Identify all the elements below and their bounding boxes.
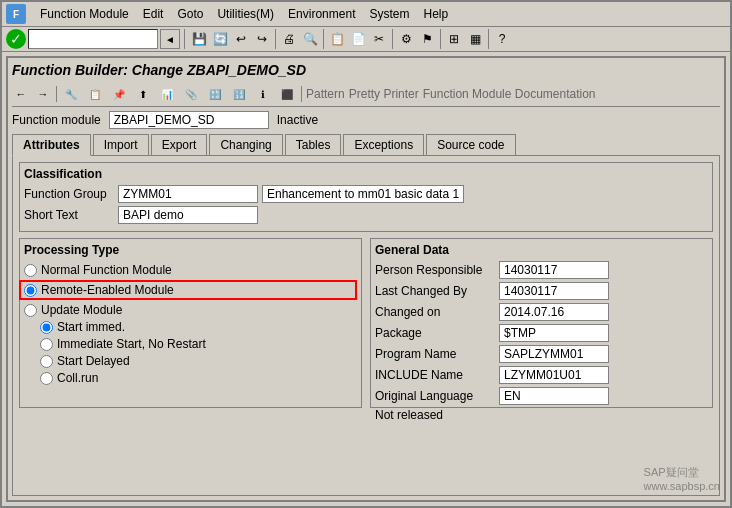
- find-icon[interactable]: 🔍: [300, 29, 320, 49]
- tabs: Attributes Import Export Changing Tables…: [12, 133, 720, 155]
- original-language-row: Original Language EN: [375, 387, 708, 405]
- undo-icon[interactable]: ↩: [231, 29, 251, 49]
- main-content: Function Builder: Change ZBAPI_DEMO_SD ←…: [2, 52, 730, 506]
- radio-coll-run-input[interactable]: [40, 372, 53, 385]
- radio-start-delayed-label: Start Delayed: [57, 354, 130, 368]
- radio-remote-label: Remote-Enabled Module: [41, 283, 174, 297]
- save-icon[interactable]: 💾: [189, 29, 209, 49]
- pattern-button[interactable]: Pattern: [306, 87, 345, 101]
- pt-icon-10[interactable]: ⬛: [277, 84, 297, 104]
- tab-source-code[interactable]: Source code: [426, 134, 515, 155]
- panel-toolbar: ← → 🔧 📋 📌 ⬆ 📊 📎 🔡 🔢 ℹ ⬛ Pattern Pretty P…: [12, 82, 720, 107]
- cut-icon[interactable]: ✂: [369, 29, 389, 49]
- function-group-label: Function Group: [24, 187, 114, 201]
- last-changed-by-value: 14030117: [499, 282, 609, 300]
- tab-attributes[interactable]: Attributes: [12, 134, 91, 156]
- forward-arrow[interactable]: →: [34, 85, 52, 103]
- tab-exceptions[interactable]: Exceptions: [343, 134, 424, 155]
- menu-environment[interactable]: Environment: [282, 5, 361, 23]
- pt-icon-9[interactable]: ℹ: [253, 84, 273, 104]
- print-icon[interactable]: 🖨: [279, 29, 299, 49]
- sub-radio-group: Start immed. Immediate Start, No Restart…: [40, 320, 357, 385]
- separator-2: [275, 29, 276, 49]
- help-icon[interactable]: ?: [492, 29, 512, 49]
- original-language-label: Original Language: [375, 389, 495, 403]
- command-input[interactable]: [28, 29, 158, 49]
- radio-start-delayed-input[interactable]: [40, 355, 53, 368]
- radio-immediate-no-restart-input[interactable]: [40, 338, 53, 351]
- include-name-label: INCLUDE Name: [375, 368, 495, 382]
- paste-icon[interactable]: 📄: [348, 29, 368, 49]
- toolbar-icons: 💾 🔄 ↩ ↪ 🖨 🔍 📋 📄 ✂ ⚙ ⚑ ⊞ ▦ ?: [189, 29, 512, 49]
- menu-utilities[interactable]: Utilities(M): [211, 5, 280, 23]
- radio-normal: Normal Function Module: [24, 263, 357, 277]
- pretty-printer-button[interactable]: Pretty Printer: [349, 87, 419, 101]
- prev-button[interactable]: ◄: [160, 29, 180, 49]
- radio-remote-box: Remote-Enabled Module: [19, 280, 357, 300]
- classification-section: Classification Function Group ZYMM01 Enh…: [19, 162, 713, 232]
- classification-title: Classification: [24, 167, 708, 181]
- radio-update: Update Module: [24, 303, 357, 317]
- include-name-row: INCLUDE Name LZYMM01U01: [375, 366, 708, 384]
- back-arrow[interactable]: ←: [12, 85, 30, 103]
- radio-start-delayed: Start Delayed: [40, 354, 357, 368]
- panel: Function Builder: Change ZBAPI_DEMO_SD ←…: [6, 56, 726, 502]
- radio-update-input[interactable]: [24, 304, 37, 317]
- package-row: Package $TMP: [375, 324, 708, 342]
- short-text-label: Short Text: [24, 208, 114, 222]
- pt-icon-1[interactable]: 🔧: [61, 84, 81, 104]
- radio-remote-input[interactable]: [24, 284, 37, 297]
- last-changed-by-row: Last Changed By 14030117: [375, 282, 708, 300]
- menu-goto[interactable]: Goto: [171, 5, 209, 23]
- separator-1: [184, 29, 185, 49]
- tab-export[interactable]: Export: [151, 134, 208, 155]
- menu-help[interactable]: Help: [417, 5, 454, 23]
- tab-tables[interactable]: Tables: [285, 134, 342, 155]
- settings-icon[interactable]: ⚙: [396, 29, 416, 49]
- radio-normal-input[interactable]: [24, 264, 37, 277]
- shortcut-icon[interactable]: 🔄: [210, 29, 230, 49]
- separator-4: [392, 29, 393, 49]
- menu-edit[interactable]: Edit: [137, 5, 170, 23]
- pt-icon-2[interactable]: 📋: [85, 84, 105, 104]
- fm-value: ZBAPI_DEMO_SD: [109, 111, 269, 129]
- package-value: $TMP: [499, 324, 609, 342]
- tab-import[interactable]: Import: [93, 134, 149, 155]
- confirm-button[interactable]: ✓: [6, 29, 26, 49]
- short-text-value[interactable]: BAPI demo: [118, 206, 258, 224]
- menu-system[interactable]: System: [363, 5, 415, 23]
- grid-icon[interactable]: ▦: [465, 29, 485, 49]
- pt-sep-2: [301, 86, 302, 102]
- radio-immediate-no-restart-label: Immediate Start, No Restart: [57, 337, 206, 351]
- new-window-icon[interactable]: ⊞: [444, 29, 464, 49]
- radio-coll-run-label: Coll.run: [57, 371, 98, 385]
- radio-immediate-no-restart: Immediate Start, No Restart: [40, 337, 357, 351]
- menu-function-module[interactable]: Function Module: [34, 5, 135, 23]
- package-label: Package: [375, 326, 495, 340]
- radio-coll-run: Coll.run: [40, 371, 357, 385]
- general-data-section: General Data Person Responsible 14030117…: [370, 238, 713, 408]
- pt-icon-5[interactable]: 📊: [157, 84, 177, 104]
- function-group-value[interactable]: ZYMM01: [118, 185, 258, 203]
- fm-label: Function module: [12, 113, 101, 127]
- pt-icon-3[interactable]: 📌: [109, 84, 129, 104]
- radio-start-immed-input[interactable]: [40, 321, 53, 334]
- tab-changing[interactable]: Changing: [209, 134, 282, 155]
- pt-icon-4[interactable]: ⬆: [133, 84, 153, 104]
- processing-type-title: Processing Type: [24, 243, 357, 257]
- watermark-line1: SAP疑问堂: [644, 465, 720, 480]
- menubar: F Function Module Edit Goto Utilities(M)…: [2, 2, 730, 27]
- two-col-section: Processing Type Normal Function Module R…: [19, 238, 713, 414]
- flag-icon[interactable]: ⚑: [417, 29, 437, 49]
- main-toolbar: ✓ ◄ 💾 🔄 ↩ ↪ 🖨 🔍 📋 📄 ✂ ⚙ ⚑ ⊞ ▦ ?: [2, 27, 730, 52]
- copy-icon[interactable]: 📋: [327, 29, 347, 49]
- pt-icon-7[interactable]: 🔡: [205, 84, 225, 104]
- pt-icon-6[interactable]: 📎: [181, 84, 201, 104]
- fm-doc-button[interactable]: Function Module Documentation: [423, 87, 596, 101]
- radio-start-immed: Start immed.: [40, 320, 357, 334]
- pt-sep-1: [56, 86, 57, 102]
- redo-icon[interactable]: ↪: [252, 29, 272, 49]
- pt-icon-8[interactable]: 🔢: [229, 84, 249, 104]
- fm-status: Inactive: [277, 113, 318, 127]
- function-group-row: Function Group ZYMM01 Enhancement to mm0…: [24, 185, 708, 203]
